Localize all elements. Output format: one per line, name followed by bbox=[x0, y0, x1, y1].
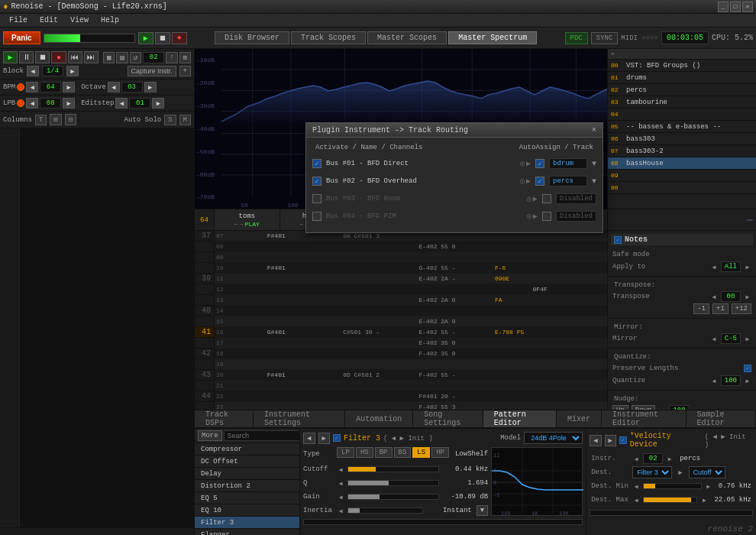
bus4-auto-checkbox[interactable] bbox=[542, 212, 551, 221]
filter-hscrollbar[interactable] bbox=[303, 519, 583, 525]
bpm-down[interactable]: ◀ bbox=[26, 82, 38, 92]
transpose-prev[interactable]: ◀ bbox=[710, 293, 718, 300]
tab-master-spectrum[interactable]: Master Spectrum bbox=[448, 31, 537, 44]
track-list-item-4[interactable]: 04 bbox=[608, 109, 756, 121]
vel-min-prev[interactable]: ◀ bbox=[632, 483, 640, 490]
bus3-icon2[interactable]: ▶ bbox=[533, 194, 538, 203]
tab-automation[interactable]: Automation bbox=[345, 410, 413, 427]
grid-btn[interactable]: ▦ bbox=[103, 52, 115, 63]
instr-list-item-7[interactable]: Flanger bbox=[195, 529, 299, 535]
track-row-1[interactable]: 08E-402 55 0C bbox=[215, 242, 607, 252]
apply-next[interactable]: ▶ bbox=[744, 264, 751, 271]
gain-prev[interactable]: ◀ bbox=[337, 494, 344, 501]
lpb-knob[interactable] bbox=[17, 99, 24, 107]
vel-dest-select[interactable]: Filter 3 bbox=[632, 466, 672, 478]
filter-tab-lp[interactable]: LP bbox=[337, 447, 354, 458]
tab-master-scopes[interactable]: Master Scopes bbox=[367, 31, 447, 44]
track-row-7[interactable]: 14 bbox=[215, 306, 607, 316]
bus4-icon2[interactable]: ▶ bbox=[533, 212, 538, 221]
bus2-checkbox[interactable] bbox=[312, 177, 321, 186]
editstep-up[interactable]: ▶ bbox=[152, 98, 164, 109]
play-btn[interactable]: ▶ bbox=[3, 51, 18, 63]
transpose-minus1[interactable]: -1 bbox=[693, 303, 709, 314]
bus1-checkbox[interactable] bbox=[312, 159, 321, 168]
bpm-knob[interactable] bbox=[17, 83, 24, 91]
bus2-icon1[interactable]: ◎ bbox=[520, 177, 525, 186]
maximize-button[interactable]: □ bbox=[730, 2, 741, 12]
track-list-item-6[interactable]: 06bass303 bbox=[608, 133, 756, 145]
tab-track-dsp[interactable]: Track DSPs bbox=[195, 410, 254, 427]
panic-button[interactable]: Panic bbox=[3, 31, 40, 44]
track-row-3[interactable]: 10F#401G-402 55 --F-6 bbox=[215, 263, 607, 274]
stop-btn-2[interactable]: ⏹ bbox=[35, 51, 50, 63]
tab-instrument-settings[interactable]: Instrument Settings bbox=[254, 410, 345, 427]
tab-mixer[interactable]: Mixer bbox=[557, 410, 602, 427]
mirror-next[interactable]: ▶ bbox=[744, 336, 751, 342]
inertia-more-btn[interactable]: ▼ bbox=[477, 505, 488, 516]
track-row-2[interactable]: 09 bbox=[215, 252, 607, 263]
h-scrollbar-bottom[interactable] bbox=[0, 527, 194, 535]
tab-sample-editor[interactable]: Sample Editor bbox=[687, 410, 756, 427]
menu-edit[interactable]: Edit bbox=[34, 14, 64, 27]
quantize-prev[interactable]: ◀ bbox=[710, 378, 718, 384]
bpm-up[interactable]: ▶ bbox=[63, 82, 75, 92]
instr-list-item-2[interactable]: Delay bbox=[195, 468, 299, 480]
inertia-slider[interactable] bbox=[347, 507, 423, 514]
track-row-13[interactable]: 20F#4010D C#501 2A 05 0902F-402 55 -- bbox=[215, 370, 607, 381]
next-btn[interactable]: ⏭ bbox=[84, 51, 99, 63]
bus1-icon2[interactable]: ▶ bbox=[526, 159, 531, 168]
track-list-item-10[interactable]: 00 bbox=[608, 182, 756, 194]
filter-tab-hp[interactable]: HP bbox=[431, 447, 449, 458]
instr-list-item-6[interactable]: Filter 3 bbox=[195, 517, 299, 529]
nudge-down-btn[interactable]: Down bbox=[632, 405, 656, 410]
filter-tab-bp[interactable]: BP bbox=[375, 447, 393, 458]
vel-min-slider[interactable] bbox=[643, 483, 702, 489]
track-list-item-2[interactable]: 02percs bbox=[608, 84, 756, 96]
vel-min-next[interactable]: ▶ bbox=[705, 483, 712, 490]
vel-enable-checkbox[interactable] bbox=[619, 436, 627, 444]
octave-down[interactable]: ◀ bbox=[108, 82, 120, 92]
transpose-plus12[interactable]: +12 bbox=[732, 303, 751, 314]
bus2-dropdown[interactable]: ▼ bbox=[592, 177, 596, 186]
vel-prev-btn[interactable]: ◀ bbox=[590, 435, 601, 446]
more-btn[interactable]: More bbox=[198, 430, 222, 441]
tab-disk-browser[interactable]: Disk Browser bbox=[215, 31, 289, 44]
track-row-6[interactable]: 13E-402 2A 0A 0914FA bbox=[215, 295, 607, 306]
autosolo-s-btn[interactable]: S bbox=[164, 115, 176, 125]
filter-next-btn[interactable]: ▶ bbox=[318, 433, 330, 444]
vel-next-btn[interactable]: ▶ bbox=[605, 435, 616, 446]
apply-prev[interactable]: ◀ bbox=[710, 264, 718, 271]
sync-button[interactable]: SYNC bbox=[591, 32, 619, 44]
track-row-8[interactable]: 15E-402 2A 0A 0901 bbox=[215, 316, 607, 327]
nudge-prev[interactable]: ◀ bbox=[658, 407, 666, 410]
loop-btn[interactable]: ↺ bbox=[130, 52, 141, 63]
capture-instr-btn[interactable]: Capture Instr. bbox=[128, 66, 176, 76]
filter-tab-bs[interactable]: BS bbox=[394, 447, 412, 458]
vel-dest-param-select[interactable]: Cutoff bbox=[689, 466, 725, 478]
bus3-checkbox[interactable] bbox=[312, 194, 321, 203]
scrollbar-track[interactable] bbox=[747, 219, 753, 221]
tab-song-settings[interactable]: Song Settings bbox=[413, 410, 483, 427]
model-select[interactable]: 24dB 4Pole bbox=[524, 432, 583, 444]
instr-list-item-3[interactable]: Distortion 2 bbox=[195, 480, 299, 492]
bus4-checkbox[interactable] bbox=[312, 212, 321, 221]
track-row-14[interactable]: 21 bbox=[215, 381, 607, 391]
block-prev[interactable]: ◀ bbox=[27, 66, 39, 76]
prev-btn[interactable]: ⏮ bbox=[68, 51, 82, 63]
track-row-4[interactable]: 11E-402 2A --090E bbox=[215, 274, 607, 284]
track-row-15[interactable]: 22F#401 20 -- bbox=[215, 391, 607, 402]
track-row-5[interactable]: 120F4F bbox=[215, 284, 607, 295]
track-list-item-3[interactable]: 03tambourine bbox=[608, 96, 756, 109]
gain-slider[interactable] bbox=[347, 494, 439, 500]
vel-max-prev[interactable]: ◀ bbox=[632, 497, 640, 504]
play-button[interactable]: ▶ bbox=[138, 32, 153, 44]
pause-btn[interactable]: ⏸ bbox=[19, 51, 34, 63]
inertia-prev[interactable]: ◀ bbox=[337, 507, 344, 514]
transpose-plus1[interactable]: +1 bbox=[712, 303, 729, 314]
vel-max-next[interactable]: ▶ bbox=[700, 497, 708, 504]
instr-list-item-1[interactable]: DC Offset bbox=[195, 456, 299, 468]
bus1-icon1[interactable]: ◎ bbox=[520, 159, 525, 168]
col-merge-btn[interactable]: ⊟ bbox=[65, 114, 76, 125]
lpb-up[interactable]: ▶ bbox=[63, 98, 75, 109]
pattern-arrow-up[interactable]: ↑ bbox=[166, 52, 177, 63]
